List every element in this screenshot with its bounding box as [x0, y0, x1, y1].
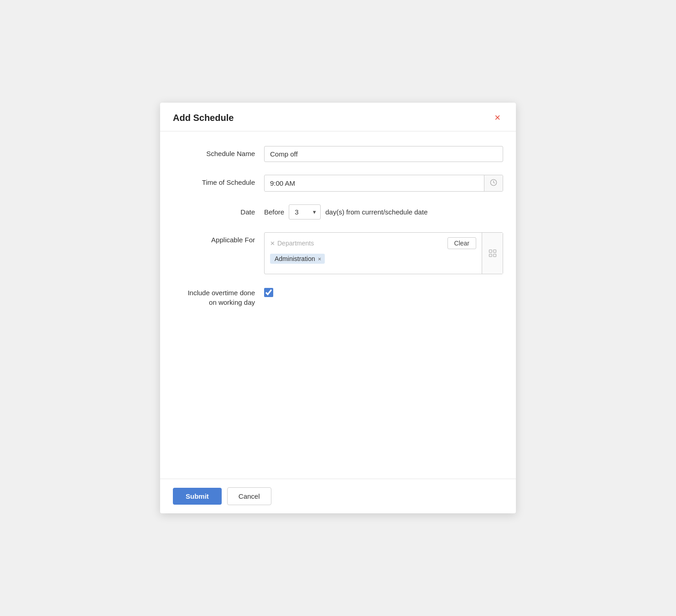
applicable-label: Applicable For [173, 232, 264, 244]
add-schedule-dialog: Add Schedule × Schedule Name Time of Sch… [160, 103, 516, 513]
include-overtime-row: Include overtime done on working day [173, 287, 503, 307]
tag-remove-icon[interactable]: × [318, 256, 322, 262]
svg-rect-1 [489, 250, 492, 253]
dialog-title: Add Schedule [173, 113, 234, 123]
tags-area: Administration × [270, 254, 476, 264]
schedule-name-control [264, 146, 503, 162]
departments-x-icon: ✕ [270, 240, 275, 247]
clear-button[interactable]: Clear [447, 237, 476, 249]
applicable-wrapper: ✕ Departments Clear Administration × [264, 232, 503, 274]
include-overtime-label: Include overtime done on working day [173, 287, 264, 307]
time-input[interactable] [265, 176, 484, 191]
schedule-name-row: Schedule Name [173, 146, 503, 162]
svg-rect-3 [489, 254, 492, 257]
administration-tag[interactable]: Administration × [270, 254, 325, 264]
time-icon-button[interactable] [484, 175, 503, 191]
include-overtime-control [264, 287, 503, 299]
date-row: Date Before 1 2 3 4 5 ▾ day(s) fro [173, 204, 503, 219]
time-label: Time of Schedule [173, 175, 264, 186]
date-control: Before 1 2 3 4 5 ▾ day(s) from current/s… [264, 204, 503, 219]
time-input-wrapper [264, 175, 503, 192]
date-select-wrapper: 1 2 3 4 5 ▾ [289, 204, 321, 219]
schedule-name-input[interactable] [264, 146, 503, 162]
applicable-side-icon[interactable] [482, 233, 503, 274]
svg-rect-2 [493, 250, 496, 253]
date-label: Date [173, 204, 264, 216]
schedule-name-label: Schedule Name [173, 146, 264, 157]
time-row: Time of Schedule [173, 175, 503, 192]
cancel-button[interactable]: Cancel [227, 487, 271, 505]
include-overtime-checkbox[interactable] [264, 288, 273, 297]
svg-rect-4 [493, 254, 496, 257]
applicable-control: ✕ Departments Clear Administration × [264, 232, 503, 274]
include-label-line1: Include overtime done [187, 289, 255, 297]
date-before-label: Before [264, 208, 284, 216]
departments-text: Departments [277, 240, 314, 247]
date-row-inner: Before 1 2 3 4 5 ▾ day(s) from current/s… [264, 204, 503, 219]
time-control [264, 175, 503, 192]
dialog-header: Add Schedule × [160, 103, 516, 131]
applicable-top-row: ✕ Departments Clear [270, 237, 476, 249]
include-label-line2: on working day [209, 298, 255, 306]
date-select[interactable]: 1 2 3 4 5 [289, 204, 321, 219]
dialog-body: Schedule Name Time of Schedule [160, 131, 516, 479]
departments-label-group: ✕ Departments [270, 240, 314, 247]
close-button[interactable]: × [492, 112, 503, 124]
clock-icon [490, 179, 497, 186]
date-suffix: day(s) from current/schedule date [325, 208, 427, 216]
tag-label: Administration [275, 255, 315, 262]
list-filter-icon [488, 249, 497, 258]
applicable-main: ✕ Departments Clear Administration × [265, 233, 482, 274]
submit-button[interactable]: Submit [173, 488, 222, 505]
applicable-row: Applicable For ✕ Departments Clear [173, 232, 503, 274]
dialog-footer: Submit Cancel [160, 479, 516, 513]
